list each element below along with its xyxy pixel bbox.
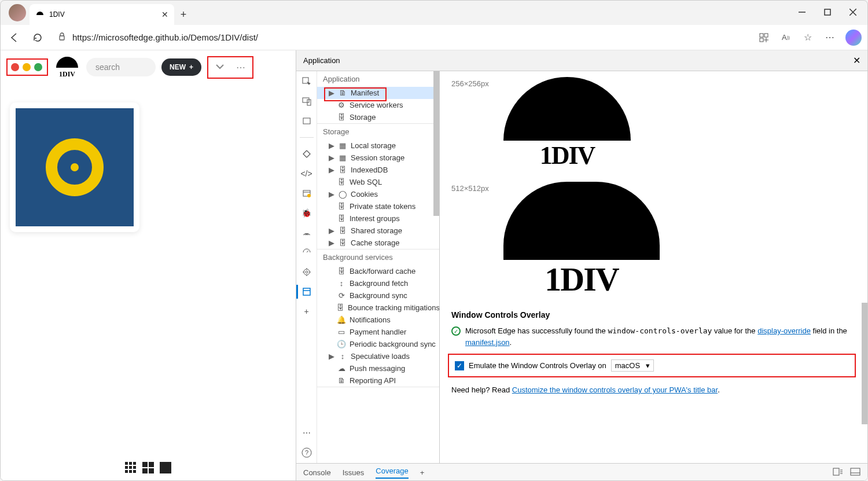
extensions-icon[interactable]	[757, 31, 770, 44]
database-icon: 🗄	[337, 202, 346, 211]
tree-item-periodic-sync[interactable]: 🕒Periodic background sync	[317, 338, 439, 350]
svg-rect-19	[142, 468, 148, 473]
grid-single-icon[interactable]	[160, 462, 171, 473]
tree-item-bg-fetch[interactable]: ↕Background fetch	[317, 277, 439, 289]
more-tools-icon[interactable]: +	[301, 306, 312, 317]
tree-item-indexeddb[interactable]: ▶🗄IndexedDB	[317, 164, 439, 176]
grid-large-icon[interactable]	[142, 462, 154, 473]
icon-size-256: 256×256px	[451, 77, 493, 88]
drawer-tab-console[interactable]: Console	[303, 468, 331, 477]
svg-rect-7	[760, 38, 763, 42]
copilot-button[interactable]	[845, 30, 862, 46]
close-window-icon[interactable]	[849, 8, 857, 16]
new-button[interactable]: NEW +	[161, 58, 201, 76]
tree-item-cache-storage[interactable]: ▶🗄Cache storage	[317, 237, 439, 249]
tree-item-push[interactable]: ☁Push messaging	[317, 362, 439, 374]
back-button[interactable]	[6, 30, 23, 46]
emulate-checkbox[interactable]: ✓	[455, 361, 464, 370]
search-input[interactable]: search	[86, 58, 156, 76]
devtools-panel-title: Application	[303, 56, 340, 65]
performance-icon[interactable]	[301, 247, 312, 258]
traffic-light-controls[interactable]	[6, 58, 48, 76]
tree-item-bfcache[interactable]: 🗄Back/forward cache	[317, 265, 439, 277]
tree-item-reporting[interactable]: 🗎Reporting API	[317, 374, 439, 387]
sources-icon[interactable]	[301, 188, 312, 199]
minimize-icon[interactable]	[798, 8, 806, 16]
tree-item-cookies[interactable]: ▶◯Cookies	[317, 188, 439, 200]
icon-size-512: 512×512px	[451, 182, 493, 193]
url-text[interactable]: https://microsoftedge.github.io/Demos/1D…	[72, 32, 258, 42]
browser-tab[interactable]: 1DIV ✕	[30, 4, 174, 25]
tree-item-storage[interactable]: 🗄Storage	[317, 111, 439, 123]
tab-close-icon[interactable]: ✕	[161, 10, 168, 19]
svg-rect-18	[149, 462, 154, 467]
database-icon: 🗄	[337, 303, 344, 312]
artwork-card[interactable]	[10, 102, 139, 232]
wco-help: Need help? Read Customize the window con…	[451, 385, 856, 394]
tree-item-local-storage[interactable]: ▶▦Local storage	[317, 139, 439, 152]
devtools-close-icon[interactable]: ✕	[853, 55, 860, 66]
database-icon: 🗄	[337, 178, 346, 186]
network-bug-icon[interactable]: 🐞	[301, 207, 312, 219]
console-icon[interactable]: </>	[301, 168, 312, 179]
profile-avatar[interactable]	[9, 4, 26, 21]
network-icon[interactable]	[301, 227, 312, 238]
traffic-light-zoom-icon[interactable]	[34, 63, 42, 71]
svg-rect-15	[129, 470, 132, 473]
memory-icon[interactable]	[301, 266, 312, 278]
drawer-icon-2[interactable]	[850, 468, 860, 478]
svg-rect-13	[133, 466, 136, 469]
drawer-icon-1[interactable]	[833, 468, 843, 478]
fetch-icon: ↕	[337, 279, 346, 288]
favorite-icon[interactable]: ☆	[801, 31, 814, 44]
drawer-tab-issues[interactable]: Issues	[343, 468, 365, 477]
tree-item-interest-groups[interactable]: 🗄Interest groups	[317, 212, 439, 225]
traffic-light-close-icon[interactable]	[11, 63, 19, 71]
rail-more-icon[interactable]: ⋯	[301, 427, 312, 439]
traffic-light-minimize-icon[interactable]	[23, 63, 31, 71]
display-override-link[interactable]: display-override	[757, 326, 811, 335]
tree-item-bounce[interactable]: 🗄Bounce tracking mitigations	[317, 302, 439, 314]
new-tab-button[interactable]: +	[174, 5, 193, 24]
more-icon[interactable]: ⋯	[823, 31, 836, 44]
drawer-tab-coverage[interactable]: Coverage	[376, 467, 408, 479]
grid-small-icon[interactable]	[125, 462, 137, 473]
manifest-json-link[interactable]: manifest.json	[465, 338, 510, 347]
welcome-icon[interactable]	[301, 115, 312, 127]
svg-rect-20	[149, 468, 154, 473]
emulate-os-select[interactable]: macOS ▾	[611, 359, 654, 372]
tree-item-manifest[interactable]: ▶🗎Manifest	[317, 87, 439, 99]
help-icon[interactable]: ?	[301, 447, 312, 458]
svg-rect-8	[125, 462, 128, 465]
elements-icon[interactable]	[301, 148, 312, 160]
read-aloud-icon[interactable]: A))	[779, 31, 792, 44]
maximize-icon[interactable]	[823, 8, 832, 16]
svg-rect-36	[303, 288, 310, 295]
tree-item-websql[interactable]: 🗄Web SQL	[317, 176, 439, 188]
manifest-content: 256×256px 1DIV 512×512px 1DIV Window Con…	[440, 71, 867, 463]
tree-item-bg-sync[interactable]: ⟳Background sync	[317, 289, 439, 302]
device-icon[interactable]	[301, 96, 312, 107]
tree-section-storage: Storage	[317, 124, 439, 139]
inspect-icon[interactable]	[301, 76, 312, 87]
card-icon: ▭	[337, 328, 346, 336]
tree-item-notifications[interactable]: 🔔Notifications	[317, 314, 439, 326]
database-icon: 🗄	[337, 214, 346, 223]
tree-item-session-storage[interactable]: ▶▦Session storage	[317, 152, 439, 164]
refresh-button[interactable]	[30, 30, 46, 46]
tree-item-shared-storage[interactable]: ▶🗄Shared storage	[317, 225, 439, 237]
site-info-icon[interactable]	[57, 32, 67, 43]
svg-rect-14	[125, 470, 128, 473]
wco-success-message: ✓ Microsoft Edge has successfully found …	[451, 325, 856, 348]
svg-rect-6	[764, 34, 768, 37]
tree-section-application: Application	[317, 71, 439, 87]
chevron-down-icon[interactable]	[215, 62, 225, 73]
application-icon[interactable]	[301, 286, 312, 298]
tree-item-service-workers[interactable]: ⚙Service workers	[317, 99, 439, 111]
tree-item-payment[interactable]: ▭Payment handler	[317, 326, 439, 338]
wco-help-link[interactable]: Customize the window controls overlay of…	[512, 385, 718, 394]
tree-item-private-state-tokens[interactable]: 🗄Private state tokens	[317, 200, 439, 212]
drawer-add-tab-icon[interactable]: +	[420, 468, 425, 477]
more-horizontal-icon[interactable]: ⋯	[236, 62, 245, 73]
tree-item-speculative[interactable]: ▶↕Speculative loads	[317, 350, 439, 362]
